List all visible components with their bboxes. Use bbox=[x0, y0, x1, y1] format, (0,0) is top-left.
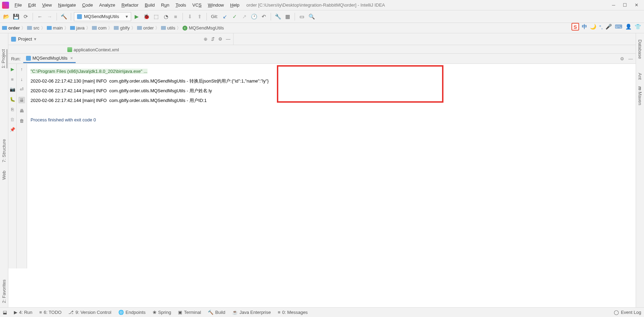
menu-refactor[interactable]: Refactor bbox=[119, 1, 141, 9]
menu-code[interactable]: Code bbox=[79, 1, 96, 9]
tab-icon bbox=[26, 56, 31, 61]
git-push-icon[interactable]: ↗ bbox=[240, 12, 248, 21]
stop-icon[interactable]: ■ bbox=[11, 77, 14, 82]
bc-class[interactable]: CMQSendMsgUtils bbox=[183, 25, 224, 31]
clear-icon[interactable]: 🗑 bbox=[19, 118, 24, 123]
menu-window[interactable]: Window bbox=[205, 1, 227, 9]
rerun-icon[interactable]: ▶ bbox=[11, 67, 14, 72]
status-endpoints[interactable]: 🌐 Endpoints bbox=[118, 310, 146, 315]
run-anything-icon[interactable]: ▭ bbox=[298, 12, 306, 21]
up-icon[interactable]: ↑ bbox=[20, 67, 23, 72]
console-output[interactable]: "C:\Program Files (x86)\Java\jdk1.8.0_20… bbox=[27, 64, 636, 268]
tool-favorites[interactable]: 2: Favorites bbox=[1, 280, 7, 303]
bc-gblfy[interactable]: gblfy bbox=[114, 25, 129, 31]
tool-database[interactable]: Database bbox=[637, 40, 643, 59]
menu-help[interactable]: Help bbox=[227, 1, 242, 9]
git-revert-icon[interactable]: ↶ bbox=[260, 12, 268, 21]
bc-order[interactable]: order bbox=[2, 25, 20, 31]
status-messages[interactable]: ≡ 0: Messages bbox=[278, 310, 308, 315]
project-structure-icon[interactable]: ▦ bbox=[283, 12, 292, 21]
open-icon[interactable]: 📂 bbox=[2, 12, 10, 21]
status-expand-icon[interactable]: ⬓ bbox=[3, 310, 7, 315]
hide-icon[interactable]: — bbox=[226, 36, 230, 42]
menu-navigate[interactable]: Navigate bbox=[55, 1, 78, 9]
tool-structure[interactable]: 7: Structure bbox=[1, 139, 7, 162]
chevron-down-icon[interactable]: ▾ bbox=[34, 36, 36, 42]
stop-icon[interactable]: ■ bbox=[171, 12, 180, 21]
project-icon bbox=[11, 37, 16, 42]
open-file-tab[interactable]: applicationContext.xml bbox=[67, 45, 119, 54]
bc-main[interactable]: main bbox=[47, 25, 63, 31]
wrap-icon[interactable]: ⏎ bbox=[20, 87, 24, 92]
build-icon[interactable]: 🔨 bbox=[60, 12, 68, 21]
layout-icon[interactable]: 🐛 bbox=[10, 97, 15, 102]
menu-edit[interactable]: Edit bbox=[25, 1, 39, 9]
run-tab[interactable]: MQSendMsgUtils × bbox=[23, 54, 76, 63]
close-tab-icon[interactable]: × bbox=[70, 55, 73, 61]
ime-user-icon[interactable]: 👤 bbox=[625, 24, 632, 30]
pin-icon[interactable]: 📌 bbox=[10, 127, 15, 132]
bc-com[interactable]: com bbox=[92, 25, 107, 31]
status-eventlog[interactable]: ◯ Event Log bbox=[614, 310, 641, 315]
bc-utils[interactable]: utils bbox=[161, 25, 175, 31]
dump-icon[interactable]: 📷 bbox=[10, 87, 15, 92]
status-spring[interactable]: ❀ Spring bbox=[153, 310, 171, 315]
menu-analyze[interactable]: Analyze bbox=[96, 1, 118, 9]
git-history-icon[interactable]: 🕐 bbox=[250, 12, 258, 21]
menu-build[interactable]: Build bbox=[142, 1, 158, 9]
ime-moon-icon[interactable]: 🌙 bbox=[590, 24, 596, 30]
status-build[interactable]: 🔨 Build bbox=[208, 310, 225, 315]
ime-mic-icon[interactable]: 🎤 bbox=[605, 24, 612, 30]
hide-icon[interactable]: — bbox=[628, 56, 633, 61]
tool-web[interactable]: Web bbox=[1, 171, 7, 180]
sogou-icon[interactable]: S bbox=[571, 23, 579, 31]
git-commit-icon[interactable]: ✓ bbox=[230, 12, 239, 21]
coverage-icon[interactable]: ⬚ bbox=[152, 12, 160, 21]
sync-icon[interactable]: ⟳ bbox=[22, 12, 30, 21]
menu-file[interactable]: FFileile bbox=[12, 1, 25, 9]
status-todo[interactable]: ≡ 6: TODO bbox=[39, 310, 61, 315]
run-icon[interactable]: ▶ bbox=[133, 12, 141, 21]
vcs-update-icon[interactable]: ⬇ bbox=[186, 12, 194, 21]
trash-icon[interactable]: 🗑 bbox=[10, 117, 15, 122]
down-icon[interactable]: ↓ bbox=[20, 77, 23, 82]
debug-icon[interactable]: 🐞 bbox=[142, 12, 151, 21]
settings-icon[interactable]: 🔧 bbox=[274, 12, 282, 21]
ime-lang[interactable]: 中 bbox=[582, 24, 587, 30]
maximize-button[interactable]: ☐ bbox=[623, 2, 627, 8]
minimize-button[interactable]: ─ bbox=[612, 2, 615, 8]
profile-icon[interactable]: ◔ bbox=[162, 12, 170, 21]
save-icon[interactable]: 💾 bbox=[12, 12, 20, 21]
ime-punct-icon[interactable]: °, bbox=[599, 24, 603, 30]
bc-order2[interactable]: order bbox=[137, 25, 154, 31]
search-icon[interactable]: 🔍 bbox=[307, 12, 316, 21]
forward-icon[interactable]: → bbox=[45, 12, 54, 21]
gear-icon[interactable]: ⚙ bbox=[218, 36, 222, 42]
menu-run[interactable]: Run bbox=[158, 1, 172, 9]
tool-maven[interactable]: m Maven bbox=[637, 86, 643, 105]
tool-ant[interactable]: Ant bbox=[637, 73, 643, 80]
back-icon[interactable]: ← bbox=[36, 12, 44, 21]
exit-icon[interactable]: ⎘ bbox=[11, 107, 14, 112]
git-pull-icon[interactable]: ↙ bbox=[221, 12, 229, 21]
status-je[interactable]: ☕ Java Enterprise bbox=[232, 310, 271, 315]
close-button[interactable]: ✕ bbox=[635, 2, 638, 8]
collapse-icon[interactable]: ⇵ bbox=[211, 36, 215, 42]
scroll-icon[interactable]: ⇊ bbox=[18, 97, 25, 103]
tool-project[interactable]: 1: Project bbox=[1, 49, 7, 68]
gear-icon[interactable]: ⚙ bbox=[620, 56, 624, 61]
ime-kbd-icon[interactable]: ⌨ bbox=[615, 24, 622, 30]
locate-icon[interactable]: ⊕ bbox=[204, 36, 207, 42]
run-config-select[interactable]: MQSendMsgUtils ▾ bbox=[74, 12, 131, 21]
status-terminal[interactable]: ▣ Terminal bbox=[178, 310, 201, 315]
print-icon[interactable]: 🖶 bbox=[19, 108, 24, 113]
status-vc[interactable]: ⎇ 9: Version Control bbox=[68, 310, 111, 315]
menu-view[interactable]: View bbox=[39, 1, 54, 9]
menu-vcs[interactable]: VCS bbox=[189, 1, 204, 9]
bc-src[interactable]: src bbox=[27, 25, 39, 31]
bc-java[interactable]: java bbox=[70, 25, 85, 31]
ime-skin-icon[interactable]: 👕 bbox=[635, 24, 641, 30]
status-run[interactable]: ▶ 4: Run bbox=[14, 310, 32, 315]
vcs-commit-icon[interactable]: ⬆ bbox=[195, 12, 204, 21]
menu-tools[interactable]: Tools bbox=[173, 1, 189, 9]
